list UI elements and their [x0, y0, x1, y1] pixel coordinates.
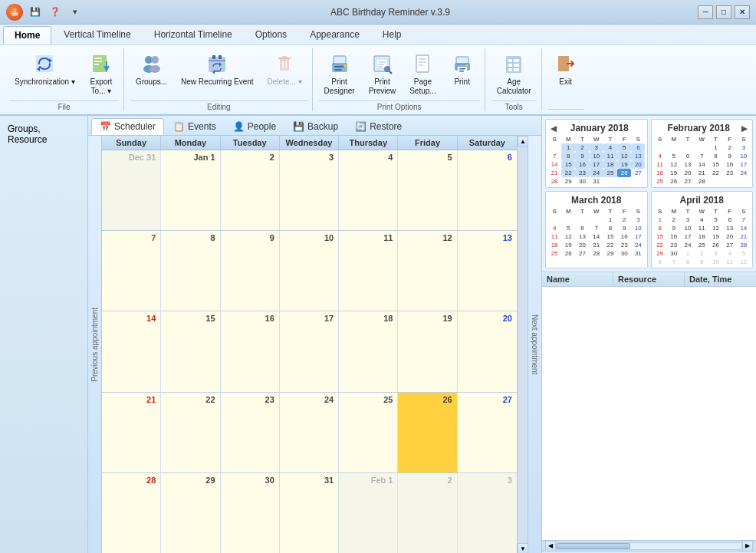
cal-cell[interactable]: 8: [161, 231, 220, 311]
scroll-track[interactable]: [518, 146, 528, 543]
cal-cell[interactable]: 11: [339, 231, 398, 311]
cal-cell[interactable]: 27: [458, 393, 517, 472]
col-name: Name: [542, 272, 613, 286]
mini-cal-prev[interactable]: ◀: [551, 124, 557, 133]
sidebar-groups-resource[interactable]: Groups, Resource: [3, 120, 84, 148]
tab-backup[interactable]: 💾 Backup: [285, 118, 346, 135]
cal-cell[interactable]: 7: [102, 231, 161, 311]
cal-cell[interactable]: 6: [458, 150, 517, 230]
maximize-button[interactable]: □: [716, 5, 731, 19]
cal-cell[interactable]: 12: [398, 231, 457, 311]
cal-cell[interactable]: Jan 1: [161, 150, 220, 230]
exit-label: Exit: [559, 77, 572, 87]
scroll-down[interactable]: ▼: [518, 543, 528, 553]
cal-cell[interactable]: 3: [280, 150, 339, 230]
cal-cell[interactable]: 5: [398, 150, 457, 230]
print-preview-icon: [370, 51, 394, 76]
hscroll-thumb[interactable]: [557, 543, 630, 549]
cal-cell[interactable]: 17: [280, 311, 339, 391]
cal-cell[interactable]: 4: [339, 150, 398, 230]
cal-cell[interactable]: 23: [221, 393, 280, 472]
scroll-up[interactable]: ▲: [518, 136, 528, 146]
svg-rect-6: [94, 64, 99, 65]
hscroll-left[interactable]: ◀: [545, 541, 556, 551]
svg-rect-51: [514, 64, 519, 67]
delete-button[interactable]: Delete... ▾: [262, 48, 307, 99]
close-button[interactable]: ✕: [735, 5, 750, 19]
cal-cell[interactable]: 3: [458, 473, 517, 553]
cal-cell[interactable]: 31: [280, 473, 339, 553]
prev-appointment-label: Previous appointment: [90, 308, 99, 382]
tab-restore[interactable]: 🔄 Restore: [347, 118, 409, 135]
ribbon-group-editing: Groups... New Recurring Event Delete... …: [126, 48, 313, 111]
cal-cell[interactable]: Dec 31: [102, 150, 161, 230]
tab-options[interactable]: Options: [245, 26, 297, 44]
groups-button[interactable]: Groups...: [130, 48, 173, 99]
mini-cal-jan-grid: SMTWTFS 123456 78910111213 1415161718192…: [547, 135, 646, 186]
mini-calendars: ◀ January 2018 SMTWTFS 123456 7891011121…: [542, 116, 756, 272]
mini-cal-apr-grid: SMTWTFS 1234567 891011121314 15161718192…: [653, 207, 751, 266]
cal-cell[interactable]: 24: [280, 393, 339, 472]
ribbon-group-file-items: Synchronization ▾ ExportTo... ▾: [9, 48, 119, 99]
cal-cell[interactable]: 30: [221, 473, 280, 553]
cal-cell[interactable]: 2: [221, 150, 280, 230]
tab-appearance[interactable]: Appearance: [299, 26, 370, 44]
print-button[interactable]: Print: [445, 48, 480, 99]
next-appointment-button[interactable]: Next appointment: [528, 136, 541, 553]
age-calc-button[interactable]: AgeCalculator: [491, 48, 537, 99]
export-button[interactable]: ExportTo... ▾: [84, 48, 119, 99]
cal-cell[interactable]: 29: [161, 473, 220, 553]
cal-cell[interactable]: 10: [280, 231, 339, 311]
mini-cal-feb: February 2018 ▶ SMTWTFS 123 45678910 111…: [651, 119, 754, 188]
cal-cell[interactable]: 25: [339, 393, 398, 472]
cal-cell[interactable]: 9: [221, 231, 280, 311]
sync-button[interactable]: Synchronization ▾: [9, 48, 81, 99]
svg-rect-44: [459, 71, 464, 72]
cal-cell[interactable]: 14: [102, 311, 161, 391]
cal-cell-today[interactable]: 26: [398, 393, 457, 472]
cal-cell[interactable]: 15: [161, 311, 220, 391]
prev-appointment-button[interactable]: Previous appointment: [88, 136, 102, 553]
qat-help[interactable]: ❓: [48, 5, 63, 19]
hscroll-track[interactable]: [556, 542, 742, 550]
cal-cell[interactable]: 16: [221, 311, 280, 391]
new-recurring-button[interactable]: New Recurring Event: [176, 48, 258, 99]
mini-cal-jan-title: January 2018: [570, 123, 629, 133]
tab-vertical-timeline[interactable]: Vertical Timeline: [53, 26, 141, 44]
cal-cell[interactable]: 21: [102, 393, 161, 472]
tab-events[interactable]: 📋 Events: [166, 118, 224, 135]
cal-cell[interactable]: 2: [398, 473, 457, 553]
cal-cell[interactable]: 28: [102, 473, 161, 553]
svg-rect-15: [219, 55, 222, 59]
calendar-scrollbar: ▲ ▼: [517, 136, 528, 553]
cal-cell[interactable]: 18: [339, 311, 398, 391]
print-preview-button[interactable]: PrintPreview: [363, 48, 402, 99]
dow-wednesday: Wednesday: [280, 136, 339, 150]
age-calc-label: AgeCalculator: [497, 77, 531, 96]
qat-dropdown[interactable]: ▾: [67, 5, 83, 19]
tab-horizontal-timeline[interactable]: Horizontal Timeline: [143, 26, 243, 44]
minimize-button[interactable]: ─: [698, 5, 713, 19]
tab-home[interactable]: Home: [3, 26, 51, 44]
mini-cal-apr-title: April 2018: [680, 195, 724, 206]
mini-cal-next[interactable]: ▶: [741, 124, 748, 133]
sync-icon: [32, 51, 57, 76]
tab-scheduler[interactable]: 📅 Scheduler: [91, 118, 164, 135]
titlebar-left: 🎂 💾 ❓ ▾: [6, 4, 83, 21]
cal-cell[interactable]: 20: [458, 311, 517, 391]
export-icon: [89, 51, 113, 76]
scheduler-icon: 📅: [100, 121, 111, 132]
cal-cell[interactable]: 13: [458, 231, 517, 311]
age-calc-icon: [501, 51, 526, 76]
print-designer-button[interactable]: PrintDesigner: [319, 48, 360, 99]
cal-cell[interactable]: 19: [398, 311, 457, 391]
cal-cell[interactable]: 22: [161, 393, 220, 472]
tab-help[interactable]: Help: [372, 26, 413, 44]
exit-button[interactable]: Exit: [548, 48, 583, 107]
page-setup-button[interactable]: PageSetup...: [404, 48, 441, 99]
qat-save[interactable]: 💾: [28, 5, 43, 19]
tab-people[interactable]: 👤 People: [225, 118, 284, 135]
hscroll-right[interactable]: ▶: [742, 541, 753, 551]
cal-cell[interactable]: Feb 1: [339, 473, 398, 553]
print-designer-icon: [327, 51, 352, 76]
